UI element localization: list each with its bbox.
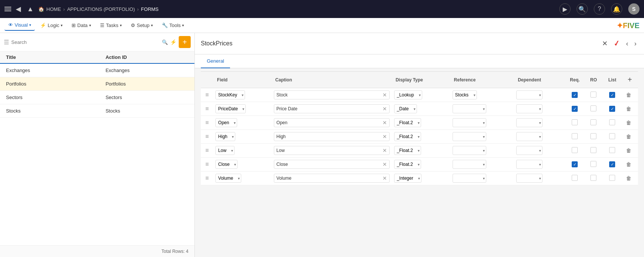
drag-handle[interactable]: ≡ [203, 174, 211, 182]
drag-handle[interactable]: ≡ [203, 91, 211, 99]
reference-wrap-pricedate[interactable] [453, 104, 486, 113]
list-checkbox-stockkey[interactable] [609, 92, 615, 98]
caption-input-stockkey[interactable] [276, 92, 382, 98]
drag-handle[interactable]: ≡ [203, 160, 211, 168]
ro-checkbox-open[interactable] [590, 119, 596, 125]
caption-clear-high[interactable]: ✕ [382, 134, 388, 140]
field-select-open[interactable]: Open [215, 118, 237, 127]
field-dropdown-high[interactable]: High [215, 132, 235, 141]
ro-checkbox-close[interactable] [590, 161, 596, 167]
caption-clear-close[interactable]: ✕ [382, 161, 388, 167]
field-select-high[interactable]: High [215, 132, 235, 141]
delete-close[interactable]: 🗑 [624, 161, 634, 168]
caption-input-high[interactable] [276, 133, 382, 140]
nav-data[interactable]: ⊞ Data ▾ [68, 20, 94, 30]
dependent-wrap-stockkey[interactable] [516, 90, 542, 99]
display-type-volume[interactable]: _Integer [394, 174, 421, 183]
drag-handle[interactable]: ≡ [203, 132, 211, 140]
nav-visual[interactable]: 👁 Visual ▾ [4, 20, 35, 31]
tab-general[interactable]: General [201, 54, 230, 68]
nav-setup[interactable]: ⚙ Setup ▾ [127, 20, 157, 30]
delete-volume[interactable]: 🗑 [624, 174, 634, 182]
list-checkbox-close[interactable] [609, 161, 615, 167]
field-dropdown-open[interactable]: Open [215, 118, 237, 127]
dependent-stockkey[interactable] [516, 90, 542, 99]
dependent-close[interactable] [516, 160, 542, 169]
list-item[interactable]: Portfolios Portfolios [0, 77, 194, 91]
add-button[interactable]: + [179, 36, 191, 48]
search-icon[interactable]: 🔍 [162, 39, 168, 45]
search-button[interactable]: 🔍 [577, 3, 588, 15]
display-type-low[interactable]: _Float.2 [394, 146, 421, 155]
list-checkbox-high[interactable] [609, 133, 615, 139]
nav-logic[interactable]: ⚡ Logic ▾ [36, 20, 66, 30]
display-type-wrap-close[interactable]: _Float.2 [394, 160, 421, 169]
reference-wrap-volume[interactable] [453, 174, 486, 183]
display-type-open[interactable]: _Float.2 [394, 118, 421, 127]
reference-wrap-stockkey[interactable]: Stocks [453, 90, 477, 99]
dependent-wrap-low[interactable] [516, 146, 542, 155]
display-type-wrap-open[interactable]: _Float.2 [394, 118, 421, 127]
field-dropdown-close[interactable]: Close [215, 160, 238, 169]
caption-input-low[interactable] [276, 147, 382, 154]
display-type-high[interactable]: _Float.2 [394, 132, 421, 141]
display-type-wrap-stockkey[interactable]: _Lookup [394, 90, 422, 99]
delete-high[interactable]: 🗑 [624, 133, 634, 140]
list-checkbox-volume[interactable] [609, 175, 615, 181]
dependent-wrap-pricedate[interactable] [516, 104, 542, 113]
field-select-close[interactable]: Close [215, 160, 238, 169]
req-checkbox-close[interactable] [572, 161, 578, 167]
field-select-volume[interactable]: Volume [215, 174, 241, 183]
list-item[interactable]: Sectors Sectors [0, 91, 194, 104]
display-type-wrap-high[interactable]: _Float.2 [394, 132, 421, 141]
caption-input-open[interactable] [276, 119, 382, 126]
ro-checkbox-stockkey[interactable] [590, 92, 596, 98]
drag-handle[interactable]: ≡ [203, 105, 211, 113]
ro-checkbox-high[interactable] [590, 133, 596, 139]
field-select-low[interactable]: Low [215, 146, 235, 155]
dependent-wrap-volume[interactable] [516, 174, 542, 183]
dependent-wrap-close[interactable] [516, 160, 542, 169]
reference-volume[interactable] [453, 174, 486, 183]
display-type-wrap-pricedate[interactable]: _Date [394, 104, 417, 113]
display-type-stockkey[interactable]: _Lookup [394, 90, 422, 99]
list-item[interactable]: Exchanges Exchanges [0, 64, 194, 77]
caption-input-pricedate[interactable] [276, 105, 382, 112]
req-checkbox-high[interactable] [572, 133, 578, 139]
ro-checkbox-pricedate[interactable] [590, 105, 596, 111]
caption-clear-stockkey[interactable]: ✕ [382, 92, 388, 98]
reference-close[interactable] [453, 160, 486, 169]
req-checkbox-stockkey[interactable] [572, 92, 578, 98]
delete-pricedate[interactable]: 🗑 [624, 105, 634, 113]
search-input[interactable] [11, 39, 160, 45]
req-checkbox-open[interactable] [572, 119, 578, 125]
drag-handle[interactable]: ≡ [203, 146, 211, 154]
reference-wrap-high[interactable] [453, 132, 486, 141]
field-dropdown-volume[interactable]: Volume [215, 174, 241, 183]
notifications-button[interactable]: 🔔 [611, 3, 622, 15]
reference-open[interactable] [453, 118, 486, 127]
display-type-close[interactable]: _Float.2 [394, 160, 421, 169]
caption-input-close[interactable] [276, 161, 382, 168]
up-button[interactable]: ▲ [25, 4, 35, 15]
display-type-wrap-low[interactable]: _Float.2 [394, 146, 421, 155]
lightning-icon[interactable]: ⚡ [170, 39, 176, 45]
reference-wrap-open[interactable] [453, 118, 486, 127]
nav-tools[interactable]: 🔧 Tools ▾ [158, 20, 188, 30]
reference-wrap-close[interactable] [453, 160, 486, 169]
next-button[interactable]: › [633, 38, 638, 49]
caption-input-volume[interactable] [276, 175, 382, 182]
list-checkbox-low[interactable] [609, 147, 615, 153]
ro-checkbox-low[interactable] [590, 147, 596, 153]
field-dropdown-pricedate[interactable]: PriceDate [215, 104, 246, 113]
dependent-wrap-open[interactable] [516, 118, 542, 127]
hamburger-icon[interactable] [4, 7, 11, 11]
req-checkbox-low[interactable] [572, 147, 578, 153]
ro-checkbox-volume[interactable] [590, 175, 596, 181]
prev-button[interactable]: ‹ [625, 38, 630, 49]
dependent-volume[interactable] [516, 174, 542, 183]
play-button[interactable]: ▶ [559, 3, 571, 15]
close-button[interactable]: ✕ [601, 38, 609, 49]
list-item[interactable]: Stocks Stocks [0, 104, 194, 118]
breadcrumb-app[interactable]: APPLICATIONS (PORTFOLIO) [67, 6, 135, 12]
